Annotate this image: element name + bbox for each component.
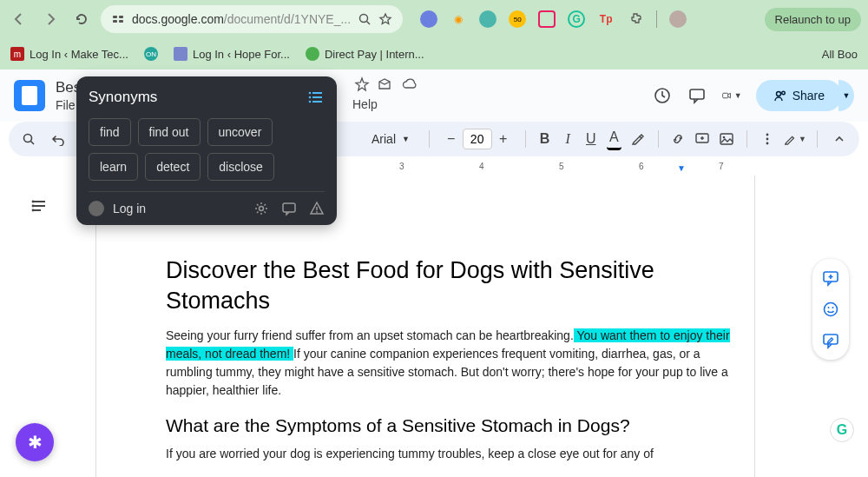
side-actions (812, 259, 849, 360)
underline-icon[interactable]: U (584, 128, 599, 150)
popup-title: Synonyms (89, 89, 157, 106)
svg-point-31 (309, 96, 312, 99)
menu-help[interactable]: Help (352, 97, 378, 111)
add-comment-side[interactable] (816, 262, 845, 294)
svg-point-25 (32, 205, 35, 208)
svg-rect-2 (113, 20, 117, 23)
extension-icons: ◉ 50 G Tp (420, 10, 687, 28)
reload-button[interactable] (69, 7, 94, 31)
address-bar[interactable]: docs.google.com/document/d/1YNYE_... (101, 5, 403, 33)
para-text: Seeing your furry friend suffer from an … (166, 328, 574, 342)
svg-point-42 (832, 307, 834, 308)
ruler-mark: 6 (639, 162, 644, 171)
synonym-find-out[interactable]: find out (138, 118, 201, 146)
font-size-input[interactable] (463, 129, 492, 149)
synonym-detect[interactable]: detect (145, 153, 201, 181)
ext-icon-6[interactable]: G (568, 10, 585, 28)
grammarly-badge[interactable]: G (830, 418, 854, 442)
docs-logo[interactable] (14, 80, 45, 111)
font-size-decrease[interactable]: − (442, 129, 461, 149)
bookmark-icon-1: m (10, 47, 24, 61)
popup-list-icon[interactable] (307, 89, 325, 106)
suggest-edit-side[interactable] (816, 325, 845, 356)
ext-icon-7[interactable]: Tp (597, 10, 615, 28)
synonym-find[interactable]: find (89, 118, 131, 146)
highlight-icon[interactable] (630, 128, 646, 150)
synonym-disclose[interactable]: disclose (207, 153, 274, 181)
meet-icon[interactable]: ▼ (721, 85, 742, 106)
warning-icon[interactable] (309, 201, 325, 216)
chat-icon[interactable] (281, 201, 297, 216)
font-size-increase[interactable]: + (494, 129, 513, 149)
share-dropdown[interactable]: ▼ (838, 80, 854, 111)
menu-file[interactable]: File (56, 98, 76, 112)
synonym-learn[interactable]: learn (89, 153, 138, 181)
text-color-icon[interactable]: A (607, 128, 621, 150)
relaunch-button[interactable]: Relaunch to up (765, 8, 861, 31)
assistant-fab[interactable]: ✱ (16, 423, 54, 461)
insert-image-icon[interactable] (719, 128, 734, 150)
profile-avatar[interactable] (669, 10, 687, 28)
move-doc-icon[interactable] (377, 76, 392, 92)
emoji-reaction-side[interactable] (816, 294, 845, 325)
doc-paragraph-1[interactable]: Seeing your furry friend suffer from an … (166, 327, 737, 400)
svg-rect-1 (119, 16, 123, 18)
comment-icon[interactable] (687, 85, 707, 106)
all-bookmarks[interactable]: All Boo (822, 48, 858, 61)
forward-button[interactable] (38, 7, 62, 31)
outline-icon (26, 193, 52, 219)
editing-mode-icon[interactable]: ▼ (784, 128, 806, 150)
history-icon[interactable] (652, 85, 673, 106)
bookmark-label: Log In ‹ Hope For... (193, 48, 290, 61)
bookmark-2[interactable]: Log In ‹ Hope For... (174, 47, 290, 61)
doc-heading-2[interactable]: What are the Symptoms of a Sensitive Sto… (166, 415, 737, 436)
bookmarks-bar: m Log In ‹ Make Tec... ON Log In ‹ Hope … (0, 38, 868, 70)
login-link[interactable]: Log in (113, 202, 146, 215)
site-settings-icon[interactable] (111, 12, 125, 26)
popup-footer: Log in (89, 191, 325, 216)
star-icon[interactable] (378, 12, 392, 26)
search-menus-icon[interactable] (17, 128, 40, 150)
svg-rect-0 (113, 16, 117, 18)
zoom-icon[interactable] (358, 12, 372, 26)
ruler-mark: 3 (399, 162, 404, 171)
bold-icon[interactable]: B (537, 128, 552, 150)
ext-icon-4[interactable]: 50 (509, 10, 526, 28)
bookmark-1[interactable]: m Log In ‹ Make Tec... (10, 47, 128, 61)
italic-icon[interactable]: I (561, 128, 575, 150)
share-button[interactable]: Share (756, 80, 842, 111)
ext-icon-2[interactable]: ◉ (450, 10, 467, 28)
synonym-chips: find find out uncover learn detect discl… (89, 118, 325, 181)
undo-icon[interactable] (47, 128, 69, 150)
svg-point-26 (32, 209, 35, 212)
ext-icon-3[interactable] (479, 10, 496, 28)
cloud-status-icon[interactable] (401, 76, 418, 92)
bookmark-on[interactable]: ON (144, 47, 158, 61)
url-text: docs.google.com/document/d/1YNYE_... (132, 12, 351, 26)
extensions-menu-icon[interactable] (627, 10, 644, 28)
collapse-icon[interactable] (828, 128, 851, 150)
bookmark-3[interactable]: Direct Pay | Intern... (306, 47, 424, 61)
add-comment-icon[interactable] (694, 128, 710, 150)
right-indent-marker[interactable]: ▼ (677, 163, 686, 173)
back-button[interactable] (7, 7, 31, 31)
share-label: Share (792, 89, 825, 103)
doc-paragraph-2[interactable]: If you are worried your dog is experienc… (166, 445, 737, 463)
doc-heading-1[interactable]: Discover the Best Food for Dogs with Sen… (166, 255, 737, 316)
ext-icon-1[interactable] (420, 10, 437, 28)
svg-rect-7 (690, 89, 704, 99)
settings-icon[interactable] (253, 201, 269, 216)
ext-icon-5[interactable] (538, 10, 556, 28)
svg-point-9 (776, 92, 780, 96)
synonym-uncover[interactable]: uncover (207, 118, 273, 146)
ruler-mark: 5 (559, 162, 564, 171)
user-avatar-icon (89, 201, 104, 216)
star-doc-icon[interactable] (354, 76, 370, 92)
more-icon[interactable] (760, 128, 775, 150)
svg-point-17 (723, 136, 726, 139)
outline-toggle[interactable] (26, 193, 52, 219)
svg-point-41 (828, 307, 830, 308)
link-icon[interactable] (670, 128, 686, 150)
svg-point-18 (766, 134, 769, 136)
font-selector[interactable]: Arial ▼ (365, 129, 417, 149)
